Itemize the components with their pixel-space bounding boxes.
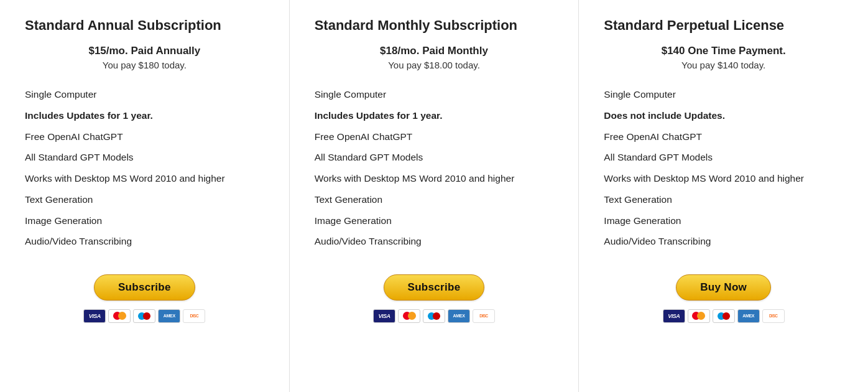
plan-price-main-perpetual: $140 One Time Payment.: [604, 45, 843, 57]
feature-item: Image Generation: [604, 210, 843, 231]
discover-icon: DISC: [762, 309, 785, 323]
subscribe-button-monthly[interactable]: Subscribe: [384, 274, 485, 301]
visa-icon: VISA: [83, 309, 106, 323]
mastercard-icon: [108, 309, 131, 323]
amex-icon: AMEX: [448, 309, 470, 323]
feature-item: Audio/Video Transcribing: [25, 231, 264, 252]
btn-area-perpetual: Buy NowVISAAMEXDISC: [604, 269, 843, 323]
feature-item: Single Computer: [315, 84, 554, 105]
plan-title-annual: Standard Annual Subscription: [25, 17, 264, 34]
feature-item: Audio/Video Transcribing: [604, 231, 843, 252]
mastercard-icon: [688, 309, 710, 323]
subscribe-button-annual[interactable]: Subscribe: [94, 274, 195, 301]
feature-item: Works with Desktop MS Word 2010 and high…: [315, 168, 554, 189]
feature-item: Single Computer: [25, 84, 264, 105]
plan-perpetual: Standard Perpetual License$140 One Time …: [579, 0, 868, 392]
plan-annual: Standard Annual Subscription$15/mo. Paid…: [0, 0, 290, 392]
feature-list-monthly: Single ComputerIncludes Updates for 1 ye…: [315, 84, 554, 252]
feature-item: Free OpenAI ChatGPT: [604, 126, 843, 147]
feature-item: Single Computer: [604, 84, 843, 105]
feature-item: Text Generation: [25, 189, 264, 210]
plan-monthly: Standard Monthly Subscription$18/mo. Pai…: [290, 0, 579, 392]
feature-item: Image Generation: [25, 210, 264, 231]
maestro-icon: [423, 309, 445, 323]
feature-item: Free OpenAI ChatGPT: [315, 126, 554, 147]
discover-icon: DISC: [183, 309, 205, 323]
plan-price-sub-annual: You pay $180 today.: [25, 60, 264, 70]
feature-list-annual: Single ComputerIncludes Updates for 1 ye…: [25, 84, 264, 252]
amex-icon: AMEX: [737, 309, 760, 323]
feature-item: Includes Updates for 1 year.: [315, 105, 554, 126]
plan-price-main-monthly: $18/mo. Paid Monthly: [315, 45, 554, 57]
card-icons: VISAAMEXDISC: [373, 309, 495, 323]
maestro-icon: [133, 309, 155, 323]
plan-title-monthly: Standard Monthly Subscription: [315, 17, 554, 34]
feature-item: Image Generation: [315, 210, 554, 231]
maestro-icon: [713, 309, 735, 323]
subscribe-button-perpetual[interactable]: Buy Now: [676, 274, 771, 301]
feature-list-perpetual: Single ComputerDoes not include Updates.…: [604, 84, 843, 252]
feature-item: All Standard GPT Models: [604, 147, 843, 168]
feature-item: Text Generation: [604, 189, 843, 210]
feature-item: All Standard GPT Models: [315, 147, 554, 168]
card-icons: VISAAMEXDISC: [663, 309, 785, 323]
feature-item: Works with Desktop MS Word 2010 and high…: [25, 168, 264, 189]
mastercard-icon: [398, 309, 420, 323]
plan-price-sub-perpetual: You pay $140 today.: [604, 60, 843, 70]
discover-icon: DISC: [473, 309, 495, 323]
plan-price-sub-monthly: You pay $18.00 today.: [315, 60, 554, 70]
amex-icon: AMEX: [158, 309, 180, 323]
feature-item: Does not include Updates.: [604, 105, 843, 126]
feature-item: Works with Desktop MS Word 2010 and high…: [604, 168, 843, 189]
feature-item: Text Generation: [315, 189, 554, 210]
btn-area-annual: SubscribeVISAAMEXDISC: [25, 269, 264, 323]
feature-item: Includes Updates for 1 year.: [25, 105, 264, 126]
btn-area-monthly: SubscribeVISAAMEXDISC: [315, 269, 554, 323]
feature-item: All Standard GPT Models: [25, 147, 264, 168]
visa-icon: VISA: [373, 309, 395, 323]
plan-title-perpetual: Standard Perpetual License: [604, 17, 843, 34]
plan-price-main-annual: $15/mo. Paid Annually: [25, 45, 264, 57]
visa-icon: VISA: [663, 309, 685, 323]
feature-item: Free OpenAI ChatGPT: [25, 126, 264, 147]
feature-item: Audio/Video Transcribing: [315, 231, 554, 252]
plans-container: Standard Annual Subscription$15/mo. Paid…: [0, 0, 868, 392]
card-icons: VISAAMEXDISC: [83, 309, 205, 323]
